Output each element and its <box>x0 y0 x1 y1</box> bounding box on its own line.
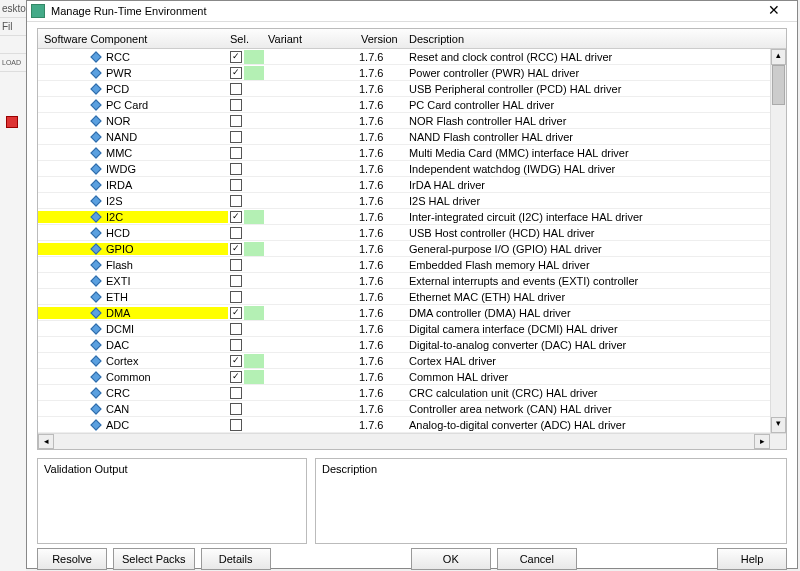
description-cell: NOR Flash controller HAL driver <box>403 115 770 127</box>
component-cell[interactable]: NAND <box>38 131 228 143</box>
component-cell[interactable]: CRC <box>38 387 228 399</box>
vertical-scrollbar[interactable]: ▴ ▾ <box>770 49 786 433</box>
component-cell[interactable]: HCD <box>38 227 228 239</box>
select-checkbox[interactable] <box>230 339 242 351</box>
select-checkbox[interactable] <box>230 131 242 143</box>
table-row[interactable]: I2S1.7.6I2S HAL driver <box>38 193 770 209</box>
table-row[interactable]: DMA1.7.6DMA controller (DMA) HAL driver <box>38 305 770 321</box>
component-cell[interactable]: GPIO <box>38 243 228 255</box>
table-row[interactable]: PWR1.7.6Power controller (PWR) HAL drive… <box>38 65 770 81</box>
bg-toolbar-2: LOAD <box>0 54 26 72</box>
component-cell[interactable]: Flash <box>38 259 228 271</box>
select-checkbox[interactable] <box>230 291 242 303</box>
table-row[interactable]: RCC1.7.6Reset and clock control (RCC) HA… <box>38 49 770 65</box>
component-cell[interactable]: IWDG <box>38 163 228 175</box>
table-row[interactable]: Common1.7.6Common HAL driver <box>38 369 770 385</box>
component-cell[interactable]: NOR <box>38 115 228 127</box>
select-checkbox[interactable] <box>230 371 242 383</box>
component-cell[interactable]: PC Card <box>38 99 228 111</box>
table-row[interactable]: IWDG1.7.6Independent watchdog (IWDG) HAL… <box>38 161 770 177</box>
diamond-icon <box>90 163 101 174</box>
component-cell[interactable]: I2C <box>38 211 228 223</box>
table-row[interactable]: Cortex1.7.6Cortex HAL driver <box>38 353 770 369</box>
close-button[interactable]: ✕ <box>755 1 793 21</box>
select-checkbox[interactable] <box>230 307 242 319</box>
col-header-description[interactable]: Description <box>403 33 770 45</box>
select-checkbox[interactable] <box>230 67 242 79</box>
component-cell[interactable]: PWR <box>38 67 228 79</box>
help-button[interactable]: Help <box>717 548 787 570</box>
select-checkbox[interactable] <box>230 419 242 431</box>
scroll-track[interactable] <box>771 65 786 417</box>
component-cell[interactable]: CAN <box>38 403 228 415</box>
table-row[interactable]: PC Card1.7.6PC Card controller HAL drive… <box>38 97 770 113</box>
component-cell[interactable]: PCD <box>38 83 228 95</box>
horizontal-scrollbar[interactable]: ◂ ▸ <box>38 433 786 449</box>
table-row[interactable]: EXTI1.7.6External interrupts and events … <box>38 273 770 289</box>
ok-button[interactable]: OK <box>411 548 491 570</box>
scroll-thumb[interactable] <box>772 65 785 105</box>
col-header-version[interactable]: Version <box>359 33 403 45</box>
table-row[interactable]: ADC1.7.6Analog-to-digital converter (ADC… <box>38 417 770 433</box>
scroll-up-arrow-icon[interactable]: ▴ <box>771 49 786 65</box>
col-header-component[interactable]: Software Component <box>38 33 228 45</box>
select-checkbox[interactable] <box>230 83 242 95</box>
component-cell[interactable]: Cortex <box>38 355 228 367</box>
component-cell[interactable]: RCC <box>38 51 228 63</box>
select-checkbox[interactable] <box>230 163 242 175</box>
select-checkbox[interactable] <box>230 227 242 239</box>
hscroll-track[interactable] <box>54 434 754 449</box>
select-checkbox[interactable] <box>230 403 242 415</box>
resolve-button[interactable]: Resolve <box>37 548 107 570</box>
table-row[interactable]: ETH1.7.6Ethernet MAC (ETH) HAL driver <box>38 289 770 305</box>
component-cell[interactable]: ADC <box>38 419 228 431</box>
select-checkbox[interactable] <box>230 99 242 111</box>
select-checkbox[interactable] <box>230 355 242 367</box>
select-packs-button[interactable]: Select Packs <box>113 548 195 570</box>
table-row[interactable]: IRDA1.7.6IrDA HAL driver <box>38 177 770 193</box>
component-cell[interactable]: IRDA <box>38 179 228 191</box>
col-header-variant[interactable]: Variant <box>264 33 359 45</box>
table-row[interactable]: DCMI1.7.6Digital camera interface (DCMI)… <box>38 321 770 337</box>
cancel-button[interactable]: Cancel <box>497 548 577 570</box>
select-checkbox[interactable] <box>230 243 242 255</box>
select-checkbox[interactable] <box>230 211 242 223</box>
col-header-sel[interactable]: Sel. <box>228 33 264 45</box>
table-row[interactable]: I2C1.7.6Inter-integrated circuit (I2C) i… <box>38 209 770 225</box>
select-checkbox[interactable] <box>230 259 242 271</box>
table-row[interactable]: CAN1.7.6Controller area network (CAN) HA… <box>38 401 770 417</box>
table-row[interactable]: PCD1.7.6USB Peripheral controller (PCD) … <box>38 81 770 97</box>
select-checkbox[interactable] <box>230 147 242 159</box>
select-checkbox[interactable] <box>230 179 242 191</box>
table-row[interactable]: CRC1.7.6CRC calculation unit (CRC) HAL d… <box>38 385 770 401</box>
select-checkbox[interactable] <box>230 115 242 127</box>
button-bar: Resolve Select Packs Details OK Cancel H… <box>27 548 797 570</box>
scroll-right-arrow-icon[interactable]: ▸ <box>754 434 770 449</box>
select-checkbox[interactable] <box>230 195 242 207</box>
scroll-left-arrow-icon[interactable]: ◂ <box>38 434 54 449</box>
version-cell: 1.7.6 <box>359 115 403 127</box>
table-row[interactable]: MMC1.7.6Multi Media Card (MMC) interface… <box>38 145 770 161</box>
table-row[interactable]: HCD1.7.6USB Host controller (HCD) HAL dr… <box>38 225 770 241</box>
component-cell[interactable]: MMC <box>38 147 228 159</box>
table-row[interactable]: GPIO1.7.6General-purpose I/O (GPIO) HAL … <box>38 241 770 257</box>
table-row[interactable]: Flash1.7.6Embedded Flash memory HAL driv… <box>38 257 770 273</box>
component-cell[interactable]: DAC <box>38 339 228 351</box>
description-cell: Reset and clock control (RCC) HAL driver <box>403 51 770 63</box>
component-cell[interactable]: ETH <box>38 291 228 303</box>
component-cell[interactable]: DCMI <box>38 323 228 335</box>
component-cell[interactable]: I2S <box>38 195 228 207</box>
select-checkbox[interactable] <box>230 275 242 287</box>
table-row[interactable]: NAND1.7.6NAND Flash controller HAL drive… <box>38 129 770 145</box>
select-checkbox[interactable] <box>230 387 242 399</box>
table-row[interactable]: DAC1.7.6Digital-to-analog converter (DAC… <box>38 337 770 353</box>
component-cell[interactable]: Common <box>38 371 228 383</box>
select-checkbox[interactable] <box>230 51 242 63</box>
component-cell[interactable]: EXTI <box>38 275 228 287</box>
select-checkbox[interactable] <box>230 323 242 335</box>
scroll-down-arrow-icon[interactable]: ▾ <box>771 417 786 433</box>
details-button[interactable]: Details <box>201 548 271 570</box>
diamond-icon <box>90 419 101 430</box>
component-cell[interactable]: DMA <box>38 307 228 319</box>
table-row[interactable]: NOR1.7.6NOR Flash controller HAL driver <box>38 113 770 129</box>
